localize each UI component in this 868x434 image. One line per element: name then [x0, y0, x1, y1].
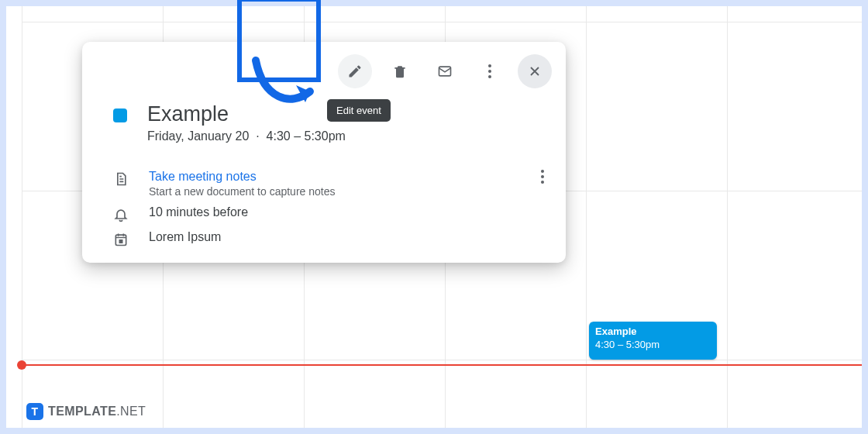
popup-toolbar	[82, 42, 566, 88]
event-chip-time: 4:30 – 5:30pm	[595, 339, 711, 352]
close-button[interactable]	[518, 54, 552, 88]
more-vertical-icon	[488, 64, 491, 78]
delete-button[interactable]	[383, 54, 417, 88]
meeting-notes-row: Take meeting notes Start a new document …	[82, 162, 566, 198]
event-title: Example	[147, 102, 346, 126]
grid-line	[22, 22, 862, 22]
watermark-text: TEMPLATE.NET	[48, 405, 146, 418]
grid-line	[22, 360, 862, 360]
reminder-label: 10 minutes before	[149, 205, 248, 219]
calendar-icon	[113, 232, 129, 247]
take-notes-sub: Start a new document to capture notes	[149, 185, 521, 198]
watermark-icon: T	[26, 403, 43, 420]
svg-rect-2	[119, 240, 122, 243]
trash-icon	[392, 64, 408, 79]
calendar-event-chip[interactable]: Example 4:30 – 5:30pm	[589, 322, 717, 360]
event-header: Example Friday, January 20 · 4:30 – 5:30…	[82, 88, 566, 143]
event-details-popup: Example Friday, January 20 · 4:30 – 5:30…	[82, 42, 566, 263]
options-button[interactable]	[473, 54, 507, 88]
edit-tooltip: Edit event	[327, 99, 391, 122]
take-notes-link[interactable]: Take meeting notes	[149, 170, 521, 184]
event-chip-title: Example	[595, 326, 711, 339]
reminder-row: 10 minutes before	[82, 198, 566, 222]
more-vertical-icon	[541, 170, 544, 184]
calendar-label: Lorem Ipsum	[149, 230, 221, 244]
bell-icon	[113, 207, 129, 222]
edit-button[interactable]	[338, 54, 372, 88]
notes-options-button[interactable]	[541, 170, 544, 184]
pencil-icon	[347, 64, 363, 79]
close-icon	[527, 64, 542, 79]
document-icon	[113, 171, 129, 187]
watermark: T TEMPLATE.NET	[26, 403, 146, 420]
calendar-row: Lorem Ipsum	[82, 222, 566, 247]
current-time-dot	[17, 360, 26, 370]
event-color-swatch	[113, 108, 127, 122]
event-datetime: Friday, January 20 · 4:30 – 5:30pm	[147, 129, 346, 143]
current-time-indicator	[19, 364, 862, 366]
envelope-icon	[437, 64, 453, 79]
email-button[interactable]	[428, 54, 462, 88]
